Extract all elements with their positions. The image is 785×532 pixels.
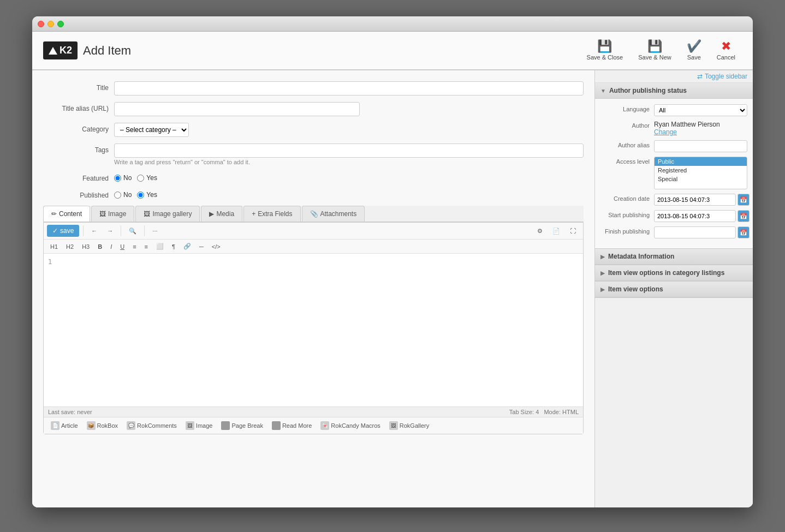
h2-button[interactable]: H2 [63,242,77,252]
title-alias-input[interactable] [114,102,360,116]
plugin-rokbox[interactable]: 📦 RokBox [84,420,121,431]
source-button[interactable]: 📄 [549,225,564,237]
start-publishing-field: 📅 [654,210,750,222]
bold-button[interactable]: B [94,242,105,252]
featured-label: Featured [43,172,109,182]
source-view-button[interactable]: </> [209,242,224,252]
language-label: Language [600,104,650,112]
finish-publishing-row: Finish publishing 📅 [600,226,747,238]
item-view-header[interactable]: ▶ Item view options [595,282,753,297]
published-yes-radio[interactable] [137,192,144,199]
title-alias-label: Title alias (URL) [43,102,109,112]
main-area: Title Title alias (URL) Category [32,70,753,507]
plugin-rokcandy[interactable]: 🍬 RokCandy Macros [318,420,383,431]
fullscreen-button[interactable]: ⛶ [566,225,580,237]
plugin-read-more-label: Read More [282,422,312,429]
title-field [114,81,584,95]
plugin-page-break[interactable]: Page Break [218,420,265,431]
cancel-label: Cancel [717,54,735,61]
underline-button[interactable]: U [117,242,128,252]
settings-button[interactable]: ⚙ [533,225,546,237]
metadata-section: ▶ Metadata Information [595,249,753,265]
item-view-category-collapse-icon: ▶ [600,270,605,276]
image-insert-button[interactable]: ⬜ [153,241,167,252]
title-input[interactable] [114,81,584,95]
finish-publishing-calendar-button[interactable]: 📅 [738,226,750,238]
editor-mode-status: Tab Size: 4 Mode: HTML [509,409,579,415]
toolbar-separator-3 [144,225,145,236]
redo-button[interactable]: → [103,225,117,236]
finish-publishing-value: 📅 [654,226,750,238]
search-button[interactable]: 🔍 [125,225,140,237]
tab-content[interactable]: ✏ Content [43,206,90,222]
more-options-button[interactable]: ··· [148,225,161,236]
tags-label: Tags [43,144,109,154]
author-alias-value [654,140,747,152]
paragraph-button[interactable]: ¶ [169,242,179,252]
hr-button[interactable]: ─ [196,242,207,252]
start-publishing-row: Start publishing 📅 [600,210,747,222]
author-name: Ryan Matthew Pierson [654,121,747,128]
plugin-rokcomments[interactable]: 💬 RokComments [124,420,180,431]
creation-date-input[interactable] [654,194,736,206]
author-publishing-header[interactable]: ▼ Author publishing status [595,83,753,99]
tags-hint: Write a tag and press "return" or "comma… [114,159,584,165]
published-no-radio[interactable] [114,192,121,199]
start-publishing-input[interactable] [654,210,736,222]
plugin-image[interactable]: 🖼 Image [183,420,216,431]
change-author-link[interactable]: Change [654,128,747,136]
start-publishing-calendar-button[interactable]: 📅 [738,210,750,222]
plugin-article[interactable]: 📄 Article [48,420,81,431]
save-new-label: Save & New [638,54,671,61]
plugin-rokgallery[interactable]: 🖼 RokGallery [386,420,432,431]
tab-attachments[interactable]: 📎 Attachments [302,206,365,222]
h1-button[interactable]: H1 [47,242,61,252]
k2-logo: K2 [43,41,78,59]
access-special-item[interactable]: Special [655,175,747,183]
maximize-button[interactable] [57,21,64,27]
access-registered-item[interactable]: Registered [655,166,747,175]
cancel-button[interactable]: ✖ Cancel [710,37,742,64]
item-view-category-header[interactable]: ▶ Item view options in category listings [595,265,753,281]
editor-tabs: ✏ Content 🖼 Image 🖼 Image gallery ▶ Medi… [43,206,584,222]
plugin-read-more[interactable]: Read More [269,420,314,431]
tab-extra-fields[interactable]: + Extra Fields [243,206,300,222]
tab-image[interactable]: 🖼 Image [91,206,134,222]
h3-button[interactable]: H3 [79,242,93,252]
unordered-list-button[interactable]: ≡ [141,242,151,252]
save-button[interactable]: ✔️ Save [680,37,708,64]
author-alias-input[interactable] [654,140,747,152]
access-level-listbox[interactable]: Public Registered Special [654,157,747,189]
plugin-rokbox-label: RokBox [97,422,118,429]
page-break-icon [221,421,230,430]
italic-button[interactable]: I [107,242,115,252]
close-button[interactable] [38,21,44,27]
finish-publishing-input[interactable] [654,226,736,238]
save-new-icon: 💾 [647,40,662,52]
title-alias-row: Title alias (URL) [43,102,584,116]
featured-yes-radio[interactable] [137,175,144,182]
undo-button[interactable]: ← [87,225,101,236]
access-public-item[interactable]: Public [655,157,747,166]
tags-field: Write a tag and press "return" or "comma… [114,144,584,165]
link-button[interactable]: 🔗 [180,241,194,252]
featured-no-label: No [123,174,132,182]
language-select[interactable]: All [654,104,747,116]
editor-save-button[interactable]: ✓ save [47,225,79,237]
save-new-button[interactable]: 💾 Save & New [632,37,678,64]
metadata-header[interactable]: ▶ Metadata Information [595,249,753,265]
tags-input[interactable] [114,144,584,158]
save-label: Save [687,54,701,61]
editor-body[interactable]: 1 [44,254,583,407]
tab-media[interactable]: ▶ Media [201,206,242,222]
tab-image-gallery[interactable]: 🖼 Image gallery [135,206,200,222]
minimize-button[interactable] [47,21,54,27]
featured-no-radio[interactable] [114,175,121,182]
ordered-list-button[interactable]: ≡ [129,242,139,252]
save-close-button[interactable]: 💾 Save & Close [580,37,630,64]
item-view-section: ▶ Item view options [595,282,753,298]
creation-date-calendar-button[interactable]: 📅 [738,194,750,206]
category-select[interactable]: – Select category – [114,123,189,137]
toggle-sidebar-button[interactable]: ⇄ Toggle sidebar [595,70,753,83]
creation-date-field: 📅 [654,194,750,206]
